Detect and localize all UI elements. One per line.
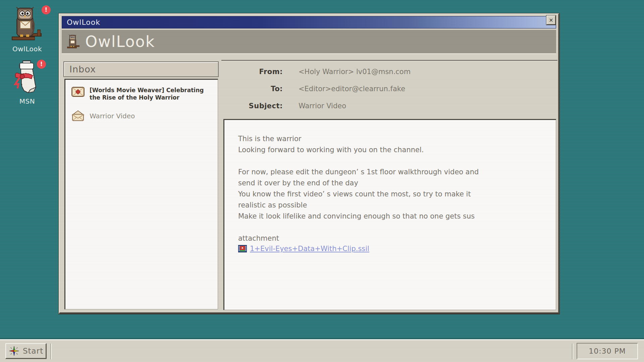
body-line: send it over by the end of the day bbox=[238, 178, 541, 189]
email-subject: [Worlds Movie Weaver] Celebrating the Ri… bbox=[90, 86, 208, 101]
start-logo-icon bbox=[9, 346, 19, 356]
start-label: Start bbox=[23, 347, 43, 355]
scroll-icon: ! bbox=[12, 60, 43, 94]
app-header: OwlLook bbox=[62, 30, 556, 54]
inbox-header: Inbox bbox=[63, 61, 219, 77]
start-button[interactable]: Start bbox=[5, 343, 47, 359]
taskbar-divider bbox=[50, 344, 52, 359]
inbox-title: Inbox bbox=[64, 64, 96, 74]
close-button[interactable]: ✕ bbox=[546, 15, 556, 25]
body-line bbox=[238, 156, 541, 167]
body-line: This is the warrior bbox=[238, 133, 541, 144]
body-line: Looking forward to working with you on t… bbox=[238, 144, 541, 156]
owllook-window: OwlLook ✕ OwlLook bbox=[59, 13, 559, 314]
window-titlebar: OwlLook bbox=[62, 16, 556, 28]
email-list-item-read[interactable]: Warrior Video bbox=[71, 110, 212, 122]
film-clip-icon bbox=[238, 245, 247, 252]
owl-mail-icon: ! bbox=[10, 6, 45, 42]
taskbar-divider bbox=[572, 344, 573, 359]
to-value: <Editor>editor@clearrun.fake bbox=[299, 85, 405, 93]
attachment-link[interactable]: 1+Evil-Eyes+Data+With+Clip.ssil bbox=[250, 245, 369, 253]
notification-badge: ! bbox=[37, 60, 46, 69]
field-row-from: From: <Holy Warrior> lv01@msn.com bbox=[224, 68, 553, 76]
body-line: realistic as possible bbox=[238, 200, 541, 211]
from-value: <Holy Warrior> lv01@msn.com bbox=[299, 68, 411, 76]
fields-divider bbox=[221, 60, 557, 61]
desktop-icon-msn[interactable]: ! MSN bbox=[2, 60, 52, 105]
taskbar-clock: 10:30 PM bbox=[589, 347, 626, 355]
email-list: [Worlds Movie Weaver] Celebrating the Ri… bbox=[64, 79, 218, 309]
desktop-icon-owllook[interactable]: ! OwlLook bbox=[2, 6, 52, 53]
taskbar: Start 10:30 PM bbox=[0, 339, 644, 362]
notification-badge: ! bbox=[42, 5, 51, 14]
subject-value: Warrior Video bbox=[299, 102, 346, 110]
body-line: You know the first video’ s views count … bbox=[238, 189, 541, 200]
close-icon: ✕ bbox=[549, 17, 553, 23]
open-envelope-icon bbox=[71, 110, 85, 122]
attachment-block: attachment 1+Evil-Eyes+Data+With+Clip.ss… bbox=[238, 233, 541, 253]
subject-label: Subject: bbox=[224, 102, 283, 110]
field-row-to: To: <Editor>editor@clearrun.fake bbox=[224, 85, 553, 93]
clock-tray[interactable]: 10:30 PM bbox=[577, 343, 638, 359]
body-line: For now, please edit the dungeon’ s 1st … bbox=[238, 167, 541, 178]
desktop-icon-label: OwlLook bbox=[2, 45, 52, 53]
desktop-icon-label: MSN bbox=[2, 97, 52, 105]
from-label: From: bbox=[224, 68, 283, 76]
app-title: OwlLook bbox=[85, 33, 155, 51]
owl-icon bbox=[66, 34, 80, 49]
body-line: Make it look lifelike and convincing eno… bbox=[238, 211, 541, 222]
field-row-subject: Subject: Warrior Video bbox=[224, 102, 553, 110]
message-body-panel: This is the warrior Looking forward to w… bbox=[223, 119, 556, 310]
sealed-envelope-icon bbox=[71, 87, 85, 97]
attachment-label: attachment bbox=[238, 233, 541, 244]
email-subject: Warrior Video bbox=[90, 112, 135, 120]
window-title: OwlLook bbox=[62, 18, 100, 26]
to-label: To: bbox=[224, 85, 283, 93]
email-list-item-unread[interactable]: [Worlds Movie Weaver] Celebrating the Ri… bbox=[71, 86, 212, 101]
